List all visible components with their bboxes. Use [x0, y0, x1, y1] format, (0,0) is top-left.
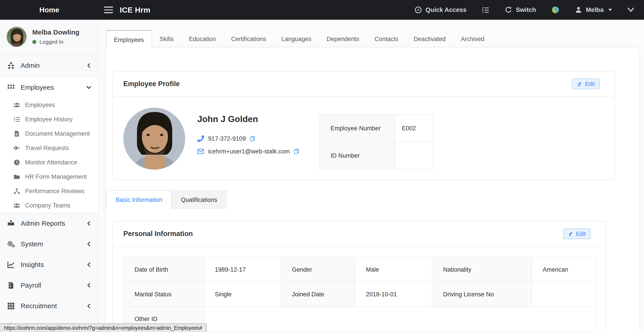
chevron-left-icon — [86, 304, 91, 308]
checklist-icon — [14, 116, 20, 123]
sidebar-item-employee-history[interactable]: Employee History — [0, 112, 98, 127]
employee-phone[interactable]: 917-372-9109 — [208, 135, 246, 142]
meta-value — [395, 142, 433, 169]
pencil-icon — [577, 81, 582, 87]
tab-dependents[interactable]: Dependents — [319, 30, 367, 48]
sidebar-item-employees[interactable]: Employees — [0, 98, 98, 112]
plane-icon — [14, 145, 20, 151]
topbar-actions: Quick Access Switch Melba — [414, 6, 644, 14]
language-button[interactable] — [552, 6, 560, 14]
edit-label: Edit — [585, 81, 595, 87]
employee-photo — [123, 108, 185, 170]
sidebar: Melba Dowling Logged In Admin Employees … — [0, 20, 99, 332]
pencil-icon — [568, 231, 573, 236]
file-zipper-icon — [7, 281, 15, 289]
main-content: Employees Skills Education Certification… — [99, 20, 644, 332]
sidebar-item-travel-requests[interactable]: Travel Requests — [0, 141, 98, 155]
field-value: 2018-10-01 — [355, 282, 432, 307]
tasks-button[interactable] — [482, 6, 489, 14]
meta-value: E002 — [395, 115, 433, 142]
sidebar-item-monitor-attendance[interactable]: Monitor Attendance — [0, 155, 98, 170]
tab-content-panel: Employee Profile Edit John J Gol — [106, 48, 639, 332]
status-bar-url: https://icehrm.com/app/demo-icehrm/?g=ad… — [0, 323, 207, 332]
sidebar-item-system[interactable]: System — [0, 234, 98, 254]
employee-email[interactable]: icehrm+user1@web-stalk.com — [208, 148, 290, 155]
meta-label: ID Number — [319, 142, 395, 169]
tab-certifications[interactable]: Certifications — [224, 30, 274, 48]
personal-information-card: Personal Information Edit Date of Birth … — [112, 221, 606, 331]
copy-icon[interactable] — [250, 136, 255, 141]
field-value — [532, 282, 596, 307]
caret-down-icon — [608, 9, 612, 11]
field-label: Joined Date — [281, 282, 355, 307]
tab-contacts[interactable]: Contacts — [367, 30, 406, 48]
edit-profile-button[interactable]: Edit — [572, 79, 600, 89]
card-title: Employee Profile — [123, 80, 180, 88]
home-link[interactable]: Home — [0, 6, 99, 14]
sidebar-item-label: Recruitment — [21, 302, 57, 310]
envelope-icon — [197, 148, 204, 155]
sidebar-item-label: Payroll — [21, 281, 41, 289]
switch-label: Switch — [516, 6, 536, 14]
sidebar-item-document-management[interactable]: Document Management — [0, 127, 98, 141]
globe-plugin-icon — [552, 6, 560, 14]
tab-skills[interactable]: Skills — [152, 30, 182, 48]
user-menu[interactable]: Melba — [575, 6, 612, 14]
tab-deactivated[interactable]: Deactivated — [406, 30, 454, 48]
sidebar-item-label: Travel Requests — [25, 145, 69, 152]
tab-qualifications[interactable]: Qualifications — [172, 190, 227, 209]
sidebar-item-company-teams[interactable]: Company Teams — [0, 198, 98, 213]
users-icon — [14, 202, 20, 209]
field-value: American — [532, 257, 596, 282]
status-dot — [32, 40, 36, 44]
checklist-icon — [482, 6, 489, 14]
sidebar-item-employees-section[interactable]: Employees — [0, 77, 98, 98]
table-row: Marital Status Single Joined Date 2018-1… — [124, 282, 596, 307]
employee-name: John J Golden — [197, 114, 299, 125]
compass-icon — [414, 6, 422, 14]
switch-button[interactable]: Switch — [504, 6, 536, 14]
sidebar-item-label: Admin — [21, 62, 40, 69]
sidebar-item-label: System — [21, 240, 43, 248]
sidebar-item-admin-reports[interactable]: Admin Reports — [0, 213, 98, 234]
tab-archived[interactable]: Archived — [453, 30, 492, 48]
sidebar-item-label: Admin Reports — [21, 220, 65, 227]
table-row: Employee Number E002 — [319, 115, 433, 142]
tab-languages[interactable]: Languages — [274, 30, 319, 48]
chevron-left-icon — [86, 283, 91, 287]
sidebar-item-admin[interactable]: Admin — [0, 54, 98, 77]
document-icon — [14, 130, 20, 137]
field-label: Marital Status — [124, 282, 204, 307]
tab-basic-information[interactable]: Basic Information — [106, 190, 172, 209]
field-label: Nationality — [432, 257, 532, 282]
sidebar-item-performance-reviews[interactable]: Performance Reviews — [0, 184, 98, 198]
sidebar-user-profile[interactable]: Melba Dowling Logged In — [0, 20, 98, 54]
sidebar-item-label: Employees — [25, 102, 55, 109]
sidebar-user-name: Melba Dowling — [32, 29, 80, 36]
edit-personal-info-button[interactable]: Edit — [563, 228, 591, 239]
hamburger-menu-icon[interactable] — [104, 7, 113, 13]
meta-label: Employee Number — [319, 115, 395, 142]
sidebar-item-insights[interactable]: Insights — [0, 254, 98, 275]
personal-info-table: Date of Birth 1989-12-17 Gender Male Nat… — [123, 257, 596, 331]
field-value: 1989-12-17 — [204, 257, 281, 282]
sidebar-item-label: Monitor Attendance — [25, 159, 77, 166]
chevron-down-icon[interactable] — [628, 7, 634, 13]
sidebar-item-label: Employees — [21, 84, 54, 91]
copy-icon[interactable] — [294, 149, 299, 154]
tab-employees[interactable]: Employees — [106, 30, 152, 48]
cubes-icon — [7, 62, 15, 69]
diagram-icon — [14, 188, 20, 194]
sidebar-item-hr-form-management[interactable]: HR Form Management — [0, 170, 98, 184]
employee-profile-card: Employee Profile Edit John J Gol — [112, 71, 615, 180]
tab-education[interactable]: Education — [182, 30, 224, 48]
field-value: Male — [355, 257, 432, 282]
chevron-left-icon — [86, 221, 91, 226]
sidebar-item-recruitment[interactable]: Recruitment — [0, 296, 98, 316]
sidebar-item-label: HR Form Management — [25, 173, 87, 180]
sidebar-item-payroll[interactable]: Payroll — [0, 275, 98, 296]
logged-in-label: Logged In — [40, 39, 64, 45]
employee-meta-table: Employee Number E002 ID Number — [319, 114, 433, 170]
quick-access-button[interactable]: Quick Access — [414, 6, 467, 14]
gears-icon — [7, 240, 15, 248]
